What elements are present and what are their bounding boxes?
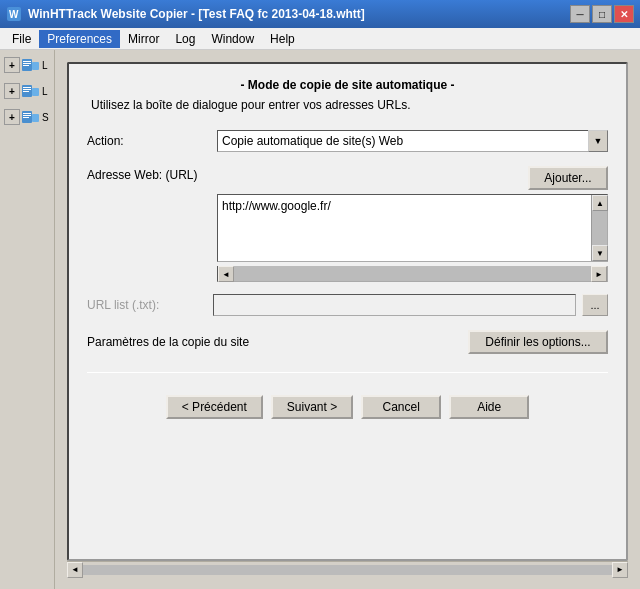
url-textarea[interactable] — [218, 195, 591, 261]
sidebar: + L + — [0, 50, 55, 589]
menu-file[interactable]: File — [4, 30, 39, 48]
sidebar-icon-2 — [22, 82, 40, 100]
main-container: + L + — [0, 50, 640, 589]
sidebar-icon-3 — [22, 108, 40, 126]
svg-rect-16 — [23, 117, 29, 118]
svg-rect-11 — [23, 91, 29, 92]
hscroll-left-btn[interactable]: ◄ — [218, 266, 234, 282]
url-address-label: Adresse Web: (URL) — [87, 166, 207, 182]
menu-mirror[interactable]: Mirror — [120, 30, 167, 48]
sidebar-item-1[interactable]: + L — [2, 54, 52, 76]
cancel-button[interactable]: Cancel — [361, 395, 441, 419]
svg-rect-5 — [23, 63, 31, 64]
svg-rect-8 — [32, 88, 39, 96]
url-textarea-container: ▲ ▼ — [217, 194, 608, 262]
url-list-label: URL list (.txt): — [87, 298, 207, 312]
sidebar-label-3: S — [42, 112, 49, 123]
svg-rect-6 — [23, 65, 29, 66]
help-button[interactable]: Aide — [449, 395, 529, 419]
mode-subtitle: Utilisez la boîte de dialogue pour entre… — [87, 98, 608, 112]
title-bar: W WinHTTrack Website Copier - [Test FAQ … — [0, 0, 640, 28]
bottom-scrollbar: ◄ ► — [67, 561, 628, 577]
add-button[interactable]: Ajouter... — [528, 166, 608, 190]
action-select-wrapper: Copie automatique de site(s) Web Télécha… — [217, 130, 608, 152]
svg-text:W: W — [9, 9, 19, 20]
svg-rect-14 — [23, 113, 31, 114]
url-hscrollbar: ◄ ► — [217, 266, 608, 282]
dialog-box: - Mode de copie de site automatique - Ut… — [67, 62, 628, 561]
options-row: Paramètres de la copie du site Définir l… — [87, 330, 608, 354]
next-button[interactable]: Suivant > — [271, 395, 353, 419]
menu-bar: File Preferences Mirror Log Window Help — [0, 28, 640, 50]
svg-rect-15 — [23, 115, 31, 116]
window-title: WinHTTrack Website Copier - [Test FAQ fc… — [28, 7, 365, 21]
vscroll-track — [592, 211, 607, 245]
menu-preferences[interactable]: Preferences — [39, 30, 120, 48]
prev-button[interactable]: < Précédent — [166, 395, 263, 419]
vscroll-up-btn[interactable]: ▲ — [592, 195, 608, 211]
svg-rect-4 — [23, 61, 31, 62]
url-address-row: Adresse Web: (URL) Ajouter... ▲ ▼ — [87, 166, 608, 282]
action-label: Action: — [87, 134, 207, 148]
content-area: - Mode de copie de site automatique - Ut… — [55, 50, 640, 589]
svg-rect-9 — [23, 87, 31, 88]
minimize-button[interactable]: ─ — [570, 5, 590, 23]
menu-help[interactable]: Help — [262, 30, 303, 48]
sidebar-label-1: L — [42, 60, 48, 71]
bottom-scroll-left-btn[interactable]: ◄ — [67, 562, 83, 578]
svg-rect-10 — [23, 89, 31, 90]
options-button[interactable]: Définir les options... — [468, 330, 608, 354]
hscroll-track — [234, 266, 591, 281]
menu-log[interactable]: Log — [167, 30, 203, 48]
sidebar-item-3[interactable]: + S — [2, 106, 52, 128]
options-label: Paramètres de la copie du site — [87, 335, 249, 349]
sidebar-label-2: L — [42, 86, 48, 97]
close-button[interactable]: ✕ — [614, 5, 634, 23]
bottom-scroll-track — [83, 565, 612, 575]
bottom-scroll-right-btn[interactable]: ► — [612, 562, 628, 578]
sidebar-icon-1 — [22, 56, 40, 74]
tree-expand-1[interactable]: + — [4, 57, 20, 73]
tree-expand-3[interactable]: + — [4, 109, 20, 125]
bottom-buttons: < Précédent Suivant > Cancel Aide — [87, 395, 608, 419]
url-list-input[interactable] — [213, 294, 576, 316]
url-list-browse-btn[interactable]: ... — [582, 294, 608, 316]
vscroll-down-btn[interactable]: ▼ — [592, 245, 608, 261]
app-icon: W — [6, 6, 22, 22]
hscroll-right-btn[interactable]: ► — [591, 266, 607, 282]
svg-rect-13 — [32, 114, 39, 122]
mode-title: - Mode de copie de site automatique - — [87, 78, 608, 92]
action-row: Action: Copie automatique de site(s) Web… — [87, 130, 608, 152]
url-list-row: URL list (.txt): ... — [87, 294, 608, 316]
separator — [87, 372, 608, 373]
sidebar-item-2[interactable]: + L — [2, 80, 52, 102]
menu-window[interactable]: Window — [203, 30, 262, 48]
svg-rect-3 — [32, 62, 39, 70]
url-vscrollbar: ▲ ▼ — [591, 195, 607, 261]
action-select[interactable]: Copie automatique de site(s) Web Télécha… — [217, 130, 608, 152]
tree-expand-2[interactable]: + — [4, 83, 20, 99]
maximize-button[interactable]: □ — [592, 5, 612, 23]
